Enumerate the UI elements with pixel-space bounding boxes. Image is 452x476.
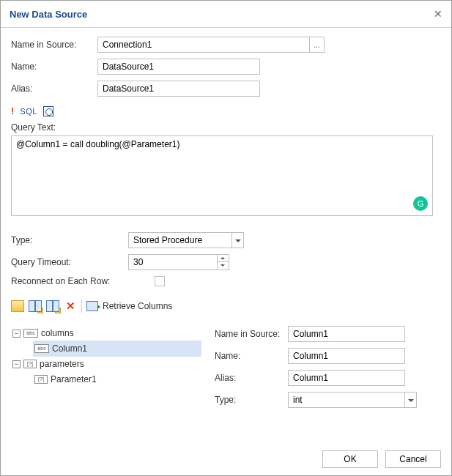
column-properties: Name in Source: Name: Alias: Type: (215, 326, 441, 414)
select-type[interactable] (128, 232, 244, 248)
label-alias: Alias: (11, 83, 97, 94)
chevron-down-icon[interactable] (405, 392, 417, 408)
input-name-in-source[interactable] (97, 37, 310, 53)
retrieve-columns-icon[interactable] (86, 301, 98, 311)
mid-form: Type: Query Timeout: Reconnect on Each (11, 232, 441, 286)
dialog-title: New Data Source (10, 9, 87, 20)
label-name-in-source: Name in Source: (11, 40, 97, 50)
label-timeout: Query Timeout: (11, 257, 128, 267)
col-row-alias: Alias: (215, 370, 441, 386)
spinner-up-icon[interactable] (218, 254, 229, 262)
retrieve-columns-button[interactable]: Retrieve Columns (103, 301, 172, 311)
collapse-icon[interactable]: − (12, 360, 21, 368)
col-label-name-in-source: Name in Source: (215, 329, 288, 339)
col-label-name: Name: (215, 351, 288, 361)
label-reconnect: Reconnect on Each Row: (11, 276, 128, 286)
row-name: Name: (11, 59, 441, 75)
label-type: Type: (11, 235, 128, 245)
row-reconnect: Reconnect on Each Row: (11, 276, 441, 286)
tree-node-columns[interactable]: − abc columns (11, 326, 201, 341)
lower-pane: − abc columns abc Column1 − [?] paramete… (11, 326, 441, 414)
parameters-group-icon: [?] (23, 360, 37, 368)
collapse-icon[interactable]: − (12, 330, 21, 338)
col-input-name-in-source[interactable] (288, 326, 405, 342)
col-label-alias: Alias: (215, 373, 288, 383)
tree-node-column1[interactable]: abc Column1 (33, 341, 201, 357)
parameter-icon: [?] (34, 375, 48, 384)
col-row-name: Name: (215, 348, 441, 364)
columns-tree: − abc columns abc Column1 − [?] paramete… (11, 326, 201, 414)
dialog-body: Name in Source: ... Name: Alias: ! SQL Q… (1, 28, 451, 443)
spinner-buttons (218, 254, 229, 270)
label-query-text: Query Text: (11, 122, 441, 133)
close-icon[interactable]: ✕ (434, 8, 442, 20)
delete-icon[interactable]: ✕ (64, 300, 77, 312)
dialog-footer: OK Cancel (1, 443, 451, 475)
spinner-timeout (128, 254, 229, 270)
col-select-type[interactable] (288, 392, 417, 408)
select-type-input[interactable] (128, 232, 232, 248)
sql-bar: ! SQL (11, 105, 441, 116)
cancel-button[interactable]: Cancel (385, 450, 441, 468)
warning-icon: ! (11, 105, 14, 116)
label-name: Name: (11, 62, 97, 72)
sql-preview-icon[interactable] (43, 106, 53, 116)
dialog: New Data Source ✕ Name in Source: ... Na… (0, 0, 452, 476)
textarea-query[interactable]: @Column1 = call doubling(@Parameter1) (12, 136, 432, 215)
row-timeout: Query Timeout: (11, 254, 441, 270)
tree-node-parameters[interactable]: − [?] parameters (11, 357, 201, 371)
row-type: Type: (11, 232, 441, 248)
sql-label: SQL (20, 107, 37, 116)
row-alias: Alias: (11, 81, 441, 97)
col-row-type: Type: (215, 392, 441, 408)
toolbar-separator (81, 300, 82, 313)
tree-node-parameter1[interactable]: [?] Parameter1 (33, 371, 201, 387)
titlebar: New Data Source ✕ (1, 1, 451, 28)
chevron-down-icon[interactable] (232, 232, 244, 248)
browse-button[interactable]: ... (310, 37, 325, 53)
query-text-container: @Column1 = call doubling(@Parameter1) G (11, 135, 433, 216)
new-column-icon[interactable]: + (29, 300, 42, 312)
checkbox-reconnect[interactable] (155, 276, 165, 286)
input-name[interactable] (97, 59, 260, 75)
columns-group-icon: abc (23, 329, 38, 338)
ok-button[interactable]: OK (322, 450, 378, 468)
row-name-in-source: Name in Source: ... (11, 37, 441, 53)
spinner-down-icon[interactable] (218, 262, 229, 270)
input-alias[interactable] (97, 81, 260, 97)
new-parameter-icon[interactable]: ? (46, 300, 59, 312)
tree-label-parameter1: Parameter1 (51, 374, 97, 384)
grammarly-icon[interactable]: G (413, 196, 428, 211)
col-label-type: Type: (215, 395, 288, 405)
tree-label-column1: Column1 (52, 343, 87, 354)
col-select-type-input[interactable] (288, 392, 405, 408)
input-timeout[interactable] (128, 254, 218, 270)
open-dictionary-icon[interactable] (11, 300, 24, 312)
col-input-alias[interactable] (288, 370, 405, 386)
column-icon: abc (34, 344, 49, 353)
columns-toolbar: + ? ✕ Retrieve Columns (11, 300, 441, 319)
tree-label-columns: columns (41, 328, 74, 338)
tree-label-parameters: parameters (40, 359, 84, 369)
col-input-name[interactable] (288, 348, 405, 364)
col-row-name-in-source: Name in Source: (215, 326, 441, 342)
